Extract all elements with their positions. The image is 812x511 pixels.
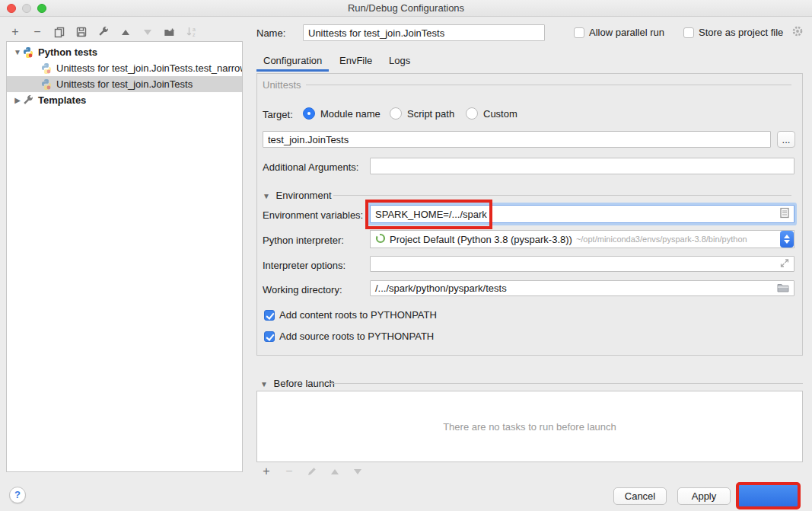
radio-unselected-icon[interactable] — [466, 107, 478, 120]
name-label: Name: — [256, 27, 285, 39]
working-directory-value: /.../spark/python/pyspark/tests — [375, 283, 507, 294]
configurations-tree: ▼ Python tests Unittests for test_join.J… — [6, 41, 243, 472]
configurations-toolbar: + − az — [9, 24, 198, 40]
expand-arrow-icon[interactable]: ▼ — [13, 48, 22, 56]
radio-module-name[interactable]: Module name — [303, 107, 381, 120]
tab-logs[interactable]: Logs — [389, 55, 410, 66]
tab-envfile[interactable]: EnvFile — [339, 55, 372, 66]
gear-icon[interactable] — [791, 25, 804, 37]
radio-custom[interactable]: Custom — [466, 107, 517, 120]
checkbox-unchecked-icon[interactable] — [574, 27, 584, 38]
target-label: Target: — [263, 109, 293, 120]
allow-parallel-run-label: Allow parallel run — [589, 27, 664, 38]
before-launch-label: Before launch — [274, 378, 335, 389]
before-launch-section-header[interactable]: ▼ Before launch — [260, 378, 335, 389]
store-as-project-file-label: Store as project file — [699, 27, 783, 38]
save-configuration-icon[interactable] — [75, 26, 88, 38]
annotation-highlight-env-variables — [365, 200, 492, 229]
help-button[interactable]: ? — [9, 487, 26, 503]
radio-custom-label: Custom — [483, 108, 517, 120]
environment-section-label: Environment — [276, 190, 332, 201]
annotation-highlight-ok-button — [736, 482, 801, 509]
checkbox-unchecked-icon[interactable] — [683, 27, 694, 38]
python-interpreter-path: ~/opt/miniconda3/envs/pyspark-3.8/bin/py… — [576, 235, 779, 244]
title-bar: Run/Debug Configurations — [0, 0, 812, 17]
apply-button[interactable]: Apply — [677, 487, 731, 505]
unittests-group-label: Unittests — [263, 79, 301, 91]
section-collapse-icon[interactable]: ▼ — [260, 380, 268, 388]
active-tab-indicator — [256, 69, 329, 72]
section-collapse-icon[interactable]: ▼ — [263, 192, 270, 200]
store-as-project-file-checkbox[interactable]: Store as project file — [683, 27, 783, 38]
environment-variables-label: Environment variables: — [263, 209, 363, 221]
add-content-roots-label: Add content roots to PYTHONPATH — [279, 309, 437, 321]
dropdown-stepper-icon[interactable] — [780, 231, 794, 248]
python-interpreter-label: Python interpreter: — [263, 235, 344, 246]
tree-item-label: Unittests for test_join.JoinTests.test_n… — [56, 62, 243, 74]
additional-arguments-label: Additional Arguments: — [263, 161, 358, 173]
svg-text:z: z — [193, 32, 196, 37]
tree-item-label: Templates — [38, 94, 86, 106]
tree-item-python-tests[interactable]: ▼ Python tests — [7, 44, 242, 60]
tree-item-unittest-jointests[interactable]: Unittests for test_join.JoinTests — [7, 76, 242, 92]
move-down-icon — [142, 26, 154, 38]
remove-task-icon: − — [283, 465, 295, 477]
edit-templates-icon[interactable] — [97, 26, 110, 38]
working-directory-input[interactable]: /.../spark/python/pyspark/tests — [370, 280, 794, 296]
interpreter-options-input[interactable] — [370, 256, 794, 272]
remove-configuration-icon[interactable]: − — [31, 26, 43, 38]
checkbox-checked-icon[interactable] — [264, 331, 275, 342]
tree-item-templates[interactable]: ▶ Templates — [7, 92, 242, 108]
move-task-up-icon — [329, 465, 341, 477]
folder-icon[interactable] — [777, 283, 789, 295]
group-divider — [306, 85, 791, 85]
additional-arguments-input[interactable] — [370, 158, 794, 174]
move-task-down-icon — [352, 465, 364, 477]
browse-variables-icon[interactable] — [780, 208, 789, 221]
radio-selected-icon[interactable] — [303, 107, 315, 120]
conda-env-icon — [375, 233, 386, 246]
add-content-roots-checkbox[interactable]: Add content roots to PYTHONPATH — [264, 309, 437, 321]
python-interpreter-value: Project Default (Python 3.8 (pyspark-3.8… — [390, 234, 572, 245]
svg-text:a: a — [193, 27, 196, 32]
group-divider — [329, 383, 803, 384]
tab-configuration[interactable]: Configuration — [263, 55, 322, 66]
before-launch-task-list: There are no tasks to run before launch — [256, 391, 803, 462]
python-icon — [22, 46, 34, 59]
copy-configuration-icon[interactable] — [53, 26, 65, 38]
radio-unselected-icon[interactable] — [390, 107, 402, 120]
interpreter-options-label: Interpreter options: — [263, 260, 345, 271]
python-interpreter-select[interactable]: Project Default (Python 3.8 (pyspark-3.8… — [370, 230, 794, 248]
working-directory-label: Working directory: — [263, 284, 342, 295]
tree-item-unittest-narrow[interactable]: Unittests for test_join.JoinTests.test_n… — [7, 60, 242, 76]
radio-script-path[interactable]: Script path — [390, 107, 454, 120]
expand-field-icon[interactable] — [780, 258, 789, 270]
cancel-button[interactable]: Cancel — [613, 487, 667, 505]
wrench-icon — [22, 94, 34, 107]
allow-parallel-run-checkbox[interactable]: Allow parallel run — [574, 27, 664, 38]
edit-task-icon — [306, 465, 318, 477]
collapse-arrow-icon[interactable]: ▶ — [13, 96, 22, 104]
add-configuration-icon[interactable]: + — [9, 26, 21, 38]
before-launch-toolbar: + − — [260, 465, 364, 477]
add-source-roots-checkbox[interactable]: Add source roots to PYTHONPATH — [264, 331, 434, 342]
empty-tasks-text: There are no tasks to run before launch — [443, 421, 616, 433]
environment-section-header[interactable]: ▼ Environment — [263, 190, 332, 201]
name-input[interactable] — [303, 24, 545, 41]
module-name-input[interactable] — [263, 131, 771, 148]
radio-script-path-label: Script path — [407, 108, 454, 120]
python-icon — [40, 78, 53, 91]
move-up-icon[interactable] — [119, 26, 132, 38]
browse-button[interactable]: ... — [777, 131, 795, 148]
tree-item-label: Python tests — [38, 46, 97, 58]
add-task-icon[interactable]: + — [260, 465, 272, 477]
add-source-roots-label: Add source roots to PYTHONPATH — [279, 331, 434, 342]
tree-item-label: Unittests for test_join.JoinTests — [56, 78, 193, 90]
checkbox-checked-icon[interactable] — [264, 310, 275, 321]
python-icon — [40, 62, 53, 75]
group-divider — [333, 195, 791, 196]
window-title: Run/Debug Configurations — [0, 2, 812, 14]
radio-module-name-label: Module name — [320, 108, 381, 120]
new-folder-icon[interactable] — [164, 26, 176, 38]
sort-alphabetically-icon: az — [186, 26, 198, 38]
